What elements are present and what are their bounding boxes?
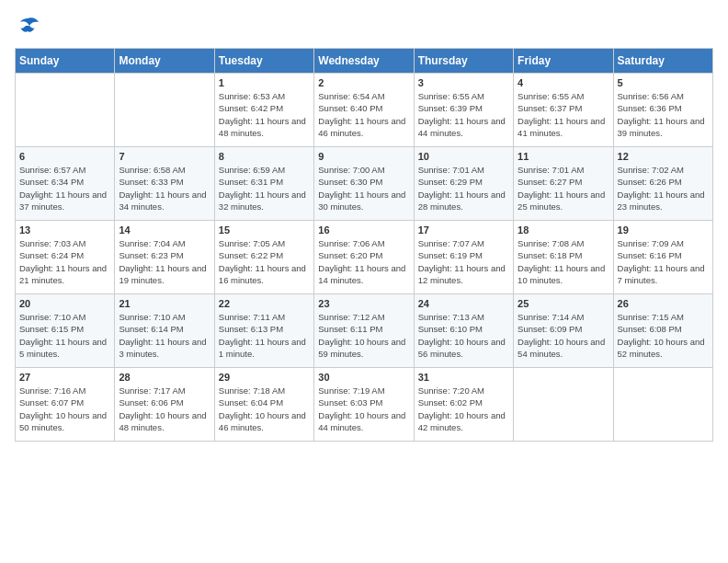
calendar-cell [613, 368, 712, 442]
calendar-cell: 7Sunrise: 6:58 AM Sunset: 6:33 PM Daylig… [115, 147, 214, 221]
day-number: 15 [219, 224, 310, 236]
calendar-cell: 17Sunrise: 7:07 AM Sunset: 6:19 PM Dayli… [414, 221, 513, 294]
day-info: Sunrise: 7:02 AM Sunset: 6:26 PM Dayligh… [618, 164, 709, 213]
calendar-cell [115, 74, 214, 147]
day-header-monday: Monday [115, 49, 214, 74]
day-info: Sunrise: 7:15 AM Sunset: 6:08 PM Dayligh… [618, 311, 709, 360]
calendar-week-5: 27Sunrise: 7:16 AM Sunset: 6:07 PM Dayli… [16, 368, 713, 442]
calendar-table: SundayMondayTuesdayWednesdayThursdayFrid… [15, 48, 713, 442]
calendar-cell: 9Sunrise: 7:00 AM Sunset: 6:30 PM Daylig… [314, 147, 414, 221]
day-info: Sunrise: 6:54 AM Sunset: 6:40 PM Dayligh… [318, 90, 409, 139]
calendar-week-1: 1Sunrise: 6:53 AM Sunset: 6:42 PM Daylig… [16, 74, 713, 147]
day-number: 19 [618, 224, 709, 236]
calendar-cell: 6Sunrise: 6:57 AM Sunset: 6:34 PM Daylig… [16, 147, 115, 221]
calendar-cell: 29Sunrise: 7:18 AM Sunset: 6:04 PM Dayli… [214, 368, 313, 442]
day-info: Sunrise: 7:06 AM Sunset: 6:20 PM Dayligh… [318, 237, 409, 286]
day-number: 25 [518, 298, 609, 309]
calendar-cell: 18Sunrise: 7:08 AM Sunset: 6:18 PM Dayli… [514, 221, 613, 294]
day-number: 13 [19, 224, 110, 236]
day-number: 17 [418, 224, 509, 236]
calendar-cell: 5Sunrise: 6:56 AM Sunset: 6:36 PM Daylig… [613, 74, 712, 147]
day-info: Sunrise: 7:09 AM Sunset: 6:16 PM Dayligh… [618, 237, 709, 286]
calendar-cell: 19Sunrise: 7:09 AM Sunset: 6:16 PM Dayli… [613, 221, 712, 294]
day-number: 31 [418, 372, 509, 383]
calendar-cell: 25Sunrise: 7:14 AM Sunset: 6:09 PM Dayli… [514, 294, 613, 368]
day-number: 5 [618, 77, 709, 88]
calendar-cell: 8Sunrise: 6:59 AM Sunset: 6:31 PM Daylig… [214, 147, 313, 221]
calendar-cell: 26Sunrise: 7:15 AM Sunset: 6:08 PM Dayli… [613, 294, 712, 368]
day-number: 11 [518, 151, 609, 162]
day-info: Sunrise: 6:56 AM Sunset: 6:36 PM Dayligh… [618, 90, 709, 139]
day-info: Sunrise: 6:53 AM Sunset: 6:42 PM Dayligh… [219, 90, 310, 139]
day-info: Sunrise: 7:08 AM Sunset: 6:18 PM Dayligh… [518, 237, 609, 286]
calendar-cell: 2Sunrise: 6:54 AM Sunset: 6:40 PM Daylig… [314, 74, 414, 147]
calendar-cell [514, 368, 613, 442]
day-info: Sunrise: 7:07 AM Sunset: 6:19 PM Dayligh… [418, 237, 509, 286]
calendar-week-3: 13Sunrise: 7:03 AM Sunset: 6:24 PM Dayli… [16, 221, 713, 294]
calendar-cell [16, 74, 115, 147]
day-number: 22 [219, 298, 310, 309]
day-header-thursday: Thursday [414, 49, 513, 74]
day-info: Sunrise: 7:19 AM Sunset: 6:03 PM Dayligh… [318, 385, 409, 433]
day-info: Sunrise: 7:03 AM Sunset: 6:24 PM Dayligh… [19, 237, 110, 286]
day-number: 30 [318, 372, 409, 383]
calendar-cell: 12Sunrise: 7:02 AM Sunset: 6:26 PM Dayli… [613, 147, 712, 221]
calendar-cell: 4Sunrise: 6:55 AM Sunset: 6:37 PM Daylig… [514, 74, 613, 147]
day-number: 23 [318, 298, 409, 309]
day-number: 27 [19, 372, 110, 383]
calendar-cell: 14Sunrise: 7:04 AM Sunset: 6:23 PM Dayli… [115, 221, 214, 294]
day-number: 14 [119, 224, 210, 236]
day-info: Sunrise: 7:11 AM Sunset: 6:13 PM Dayligh… [219, 311, 310, 360]
calendar-cell: 10Sunrise: 7:01 AM Sunset: 6:29 PM Dayli… [414, 147, 513, 221]
logo-bird-icon [15, 15, 40, 37]
day-info: Sunrise: 7:01 AM Sunset: 6:27 PM Dayligh… [518, 164, 609, 213]
day-number: 12 [618, 151, 709, 162]
calendar-cell: 3Sunrise: 6:55 AM Sunset: 6:39 PM Daylig… [414, 74, 513, 147]
day-info: Sunrise: 7:04 AM Sunset: 6:23 PM Dayligh… [119, 237, 210, 286]
day-number: 26 [618, 298, 709, 309]
day-info: Sunrise: 7:20 AM Sunset: 6:02 PM Dayligh… [418, 385, 509, 433]
calendar-cell: 24Sunrise: 7:13 AM Sunset: 6:10 PM Dayli… [414, 294, 513, 368]
day-header-tuesday: Tuesday [214, 49, 313, 74]
calendar-cell: 22Sunrise: 7:11 AM Sunset: 6:13 PM Dayli… [214, 294, 313, 368]
day-number: 1 [219, 77, 310, 88]
day-number: 24 [418, 298, 509, 309]
day-info: Sunrise: 7:12 AM Sunset: 6:11 PM Dayligh… [318, 311, 409, 360]
calendar-header: SundayMondayTuesdayWednesdayThursdayFrid… [16, 49, 713, 74]
day-number: 29 [219, 372, 310, 383]
header [15, 15, 713, 40]
day-number: 28 [119, 372, 210, 383]
calendar-cell: 15Sunrise: 7:05 AM Sunset: 6:22 PM Dayli… [214, 221, 313, 294]
calendar-cell: 30Sunrise: 7:19 AM Sunset: 6:03 PM Dayli… [314, 368, 414, 442]
calendar-cell: 23Sunrise: 7:12 AM Sunset: 6:11 PM Dayli… [314, 294, 414, 368]
day-info: Sunrise: 7:18 AM Sunset: 6:04 PM Dayligh… [219, 385, 310, 433]
day-number: 3 [418, 77, 509, 88]
calendar-cell: 1Sunrise: 6:53 AM Sunset: 6:42 PM Daylig… [214, 74, 313, 147]
day-number: 7 [119, 151, 210, 162]
calendar-cell: 27Sunrise: 7:16 AM Sunset: 6:07 PM Dayli… [16, 368, 115, 442]
calendar-cell: 16Sunrise: 7:06 AM Sunset: 6:20 PM Dayli… [314, 221, 414, 294]
day-header-friday: Friday [514, 49, 613, 74]
day-number: 9 [318, 151, 409, 162]
day-info: Sunrise: 6:55 AM Sunset: 6:39 PM Dayligh… [418, 90, 509, 139]
day-number: 6 [19, 151, 110, 162]
day-info: Sunrise: 6:58 AM Sunset: 6:33 PM Dayligh… [119, 164, 210, 213]
calendar-cell: 20Sunrise: 7:10 AM Sunset: 6:15 PM Dayli… [16, 294, 115, 368]
day-number: 10 [418, 151, 509, 162]
day-number: 16 [318, 224, 409, 236]
day-number: 4 [518, 77, 609, 88]
calendar-cell: 11Sunrise: 7:01 AM Sunset: 6:27 PM Dayli… [514, 147, 613, 221]
day-info: Sunrise: 7:05 AM Sunset: 6:22 PM Dayligh… [219, 237, 310, 286]
day-header-wednesday: Wednesday [314, 49, 414, 74]
day-number: 2 [318, 77, 409, 88]
day-info: Sunrise: 6:55 AM Sunset: 6:37 PM Dayligh… [518, 90, 609, 139]
day-info: Sunrise: 7:13 AM Sunset: 6:10 PM Dayligh… [418, 311, 509, 360]
day-header-saturday: Saturday [613, 49, 712, 74]
day-info: Sunrise: 7:16 AM Sunset: 6:07 PM Dayligh… [19, 385, 110, 433]
calendar-cell: 13Sunrise: 7:03 AM Sunset: 6:24 PM Dayli… [16, 221, 115, 294]
logo [15, 15, 44, 40]
day-info: Sunrise: 7:00 AM Sunset: 6:30 PM Dayligh… [318, 164, 409, 213]
day-number: 21 [119, 298, 210, 309]
day-info: Sunrise: 6:57 AM Sunset: 6:34 PM Dayligh… [19, 164, 110, 213]
day-number: 18 [518, 224, 609, 236]
